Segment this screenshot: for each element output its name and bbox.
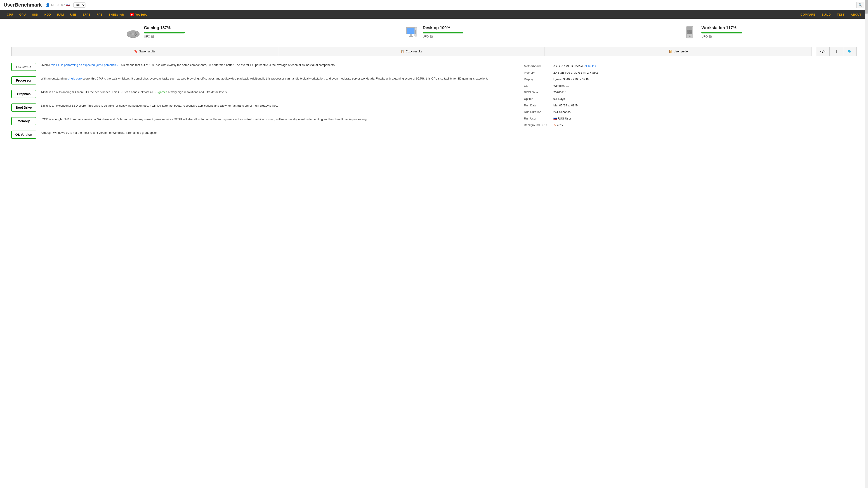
pc-status-item: PC Status Overall this PC is performing … — [11, 63, 513, 71]
nav-hdd[interactable]: HDD — [41, 10, 54, 19]
facebook-button[interactable]: f — [830, 47, 843, 56]
table-row: Run Date Mar 05 '24 at 09:54 — [522, 102, 857, 109]
nav-right: COMPARE BUILD TEST ABOUT — [797, 10, 864, 19]
single-core-link[interactable]: single core — [68, 77, 82, 80]
boot-drive-label[interactable]: Boot Drive — [11, 103, 36, 111]
workstation-score-card: Workstation 117% UFO ? — [683, 26, 742, 40]
display-value: Цвета: 3840 x 2160 - 32 Bit — [552, 76, 857, 83]
svg-point-20 — [689, 36, 690, 37]
save-label: Save results — [139, 50, 155, 53]
guide-icon: 📔 — [669, 50, 672, 53]
nav-bar: CPU GPU SSD HDD RAM USB EFPS FPS SkillBe… — [0, 10, 868, 19]
youtube-label: YouTube — [135, 13, 147, 16]
nav-compare[interactable]: COMPARE — [797, 10, 818, 19]
nav-about[interactable]: ABOUT — [848, 10, 864, 19]
memory-text: 32GB is enough RAM to run any version of… — [41, 117, 513, 122]
gaming-ufo: UFO ? — [144, 35, 185, 38]
search-button[interactable]: 🔍 — [857, 2, 864, 8]
workstation-title: Workstation 117% — [702, 26, 742, 30]
os-value: Windows 10 — [552, 83, 857, 89]
left-column: PC Status Overall this PC is performing … — [11, 63, 513, 144]
twitter-button[interactable]: 🐦 — [843, 47, 857, 56]
nav-efps[interactable]: EFPS — [80, 10, 94, 19]
user-guide-button[interactable]: 📔 User guide — [545, 47, 811, 56]
os-version-label[interactable]: OS Version — [11, 131, 36, 139]
uptime-label: Uptime — [522, 96, 552, 102]
youtube-icon: ▶ — [130, 13, 134, 16]
svg-rect-13 — [415, 30, 416, 34]
processor-text: With an outstanding single core score, t… — [41, 76, 513, 81]
workstation-help-icon[interactable]: ? — [709, 35, 712, 38]
graphics-item: Graphics 143% is an outstanding 3D score… — [11, 90, 513, 98]
all-builds-link[interactable]: all builds — [585, 64, 596, 68]
table-row: Memory 20.3 GB free of 32 GB @ 2.7 GHz — [522, 69, 857, 76]
nav-usb[interactable]: USB — [67, 10, 79, 19]
display-label: Display — [522, 76, 552, 83]
main-content: Gaming 137% UFO ? — [0, 19, 868, 151]
search-container: 🔍 — [806, 2, 864, 8]
graphics-label[interactable]: Graphics — [11, 90, 36, 98]
workstation-ufo: UFO ? — [702, 35, 742, 38]
nav-ram[interactable]: RAM — [54, 10, 67, 19]
svg-rect-15 — [687, 27, 692, 30]
background-cpu-label: Background CPU — [522, 122, 552, 128]
sys-info-table: Motherboard Asus PRIME B365M-A all build… — [522, 63, 857, 128]
run-user-label: Run User — [522, 115, 552, 122]
desktop-score-card: Desktop 100% UFO ? — [405, 26, 463, 40]
embed-button[interactable]: </> — [816, 47, 830, 56]
gaming-bar — [144, 32, 185, 33]
desktop-help-icon[interactable]: ? — [430, 35, 433, 38]
os-version-item: OS Version Although Windows 10 is not th… — [11, 131, 513, 139]
gaming-score-info: Gaming 137% UFO ? — [144, 26, 185, 38]
os-version-text: Although Windows 10 is not the most rece… — [41, 131, 513, 135]
warning-icon: ⚠ — [553, 123, 556, 127]
processor-item: Processor With an outstanding single cor… — [11, 76, 513, 85]
processor-label[interactable]: Processor — [11, 76, 36, 85]
search-input[interactable] — [806, 2, 857, 8]
run-date-label: Run Date — [522, 102, 552, 109]
svg-rect-7 — [132, 33, 134, 35]
copy-label: Copy results — [406, 50, 422, 53]
logo[interactable]: UserBenchmark — [4, 2, 42, 8]
run-duration-label: Run Duration — [522, 109, 552, 115]
pc-status-link[interactable]: this PC is performing as expected (42nd … — [51, 63, 119, 67]
scrollbar[interactable] — [865, 0, 868, 151]
nav-left: CPU GPU SSD HDD RAM USB EFPS FPS SkillBe… — [4, 10, 797, 19]
embed-icon: </> — [820, 50, 825, 54]
desktop-ufo: UFO ? — [423, 35, 463, 38]
gaming-help-icon[interactable]: ? — [151, 35, 154, 38]
copy-results-button[interactable]: 📋 Copy results — [278, 47, 545, 56]
nav-gpu[interactable]: GPU — [16, 10, 29, 19]
nav-test[interactable]: TEST — [834, 10, 848, 19]
scrollbar-thumb[interactable] — [865, 0, 868, 13]
pc-status-label[interactable]: PC Status — [11, 63, 36, 71]
motherboard-value: Asus PRIME B365M-A all builds — [552, 63, 857, 69]
nav-youtube[interactable]: ▶ YouTube — [127, 10, 151, 19]
pc-status-text: Overall this PC is performing as expecte… — [41, 63, 513, 68]
score-cards: Gaming 137% UFO ? — [11, 26, 857, 40]
table-row: OS Windows 10 — [522, 83, 857, 89]
gaming-score-card: Gaming 137% UFO ? — [126, 26, 185, 40]
gaming-icon — [126, 26, 141, 40]
svg-rect-2 — [130, 32, 130, 35]
bios-label: BIOS Date — [522, 89, 552, 96]
games-link[interactable]: games — [158, 90, 167, 94]
memory-label[interactable]: Memory — [11, 117, 36, 125]
table-row: Display Цвета: 3840 x 2160 - 32 Bit — [522, 76, 857, 83]
nav-cpu[interactable]: CPU — [4, 10, 16, 19]
memory-label: Memory — [522, 69, 552, 76]
boot-drive-item: Boot Drive 336% is an exceptional SSD sc… — [11, 103, 513, 111]
workstation-score-info: Workstation 117% UFO ? — [702, 26, 742, 38]
nav-ssd[interactable]: SSD — [29, 10, 41, 19]
nav-fps[interactable]: FPS — [94, 10, 105, 19]
copy-icon: 📋 — [401, 50, 404, 53]
boot-drive-text: 336% is an exceptional SSD score. This d… — [41, 103, 513, 108]
svg-rect-18 — [687, 32, 690, 34]
save-results-button[interactable]: 🔖 Save results — [11, 47, 278, 56]
nav-build[interactable]: BUILD — [818, 10, 834, 19]
nav-skillbench[interactable]: SkillBench — [105, 10, 127, 19]
lang-select[interactable]: RU EN — [73, 2, 86, 8]
desktop-icon — [405, 26, 419, 40]
svg-point-3 — [135, 33, 136, 34]
svg-point-5 — [135, 35, 136, 36]
